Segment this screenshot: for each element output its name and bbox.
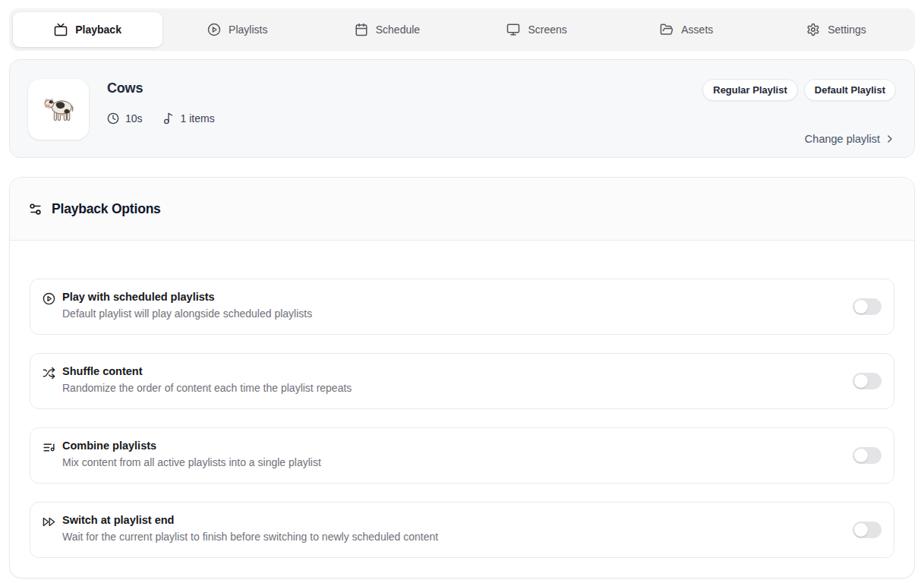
main-nav: Playback Playlists Schedule Screens Asse… xyxy=(9,8,915,51)
tab-label: Schedule xyxy=(376,24,420,36)
clock-icon xyxy=(107,112,119,124)
option-switch-at-end: Switch at playlist end Wait for the curr… xyxy=(30,502,894,558)
list-music-icon xyxy=(43,441,55,454)
badge-regular-playlist: Regular Playlist xyxy=(702,79,798,101)
tab-settings[interactable]: Settings xyxy=(762,12,911,47)
change-playlist-link[interactable]: Change playlist xyxy=(805,133,896,145)
playlist-card-right: Regular Playlist Default Playlist Change… xyxy=(702,79,896,145)
option-description: Randomize the order of content each time… xyxy=(62,382,352,394)
toggle-combine-playlists[interactable] xyxy=(853,447,881,464)
chevron-right-icon xyxy=(884,133,896,145)
tab-label: Playback xyxy=(75,24,121,36)
playback-options-header: Playback Options xyxy=(10,178,914,241)
tab-playlists[interactable]: Playlists xyxy=(162,12,312,47)
playlist-meta: 10s 1 items xyxy=(107,112,684,124)
option-label: Switch at playlist end xyxy=(62,514,438,526)
option-text: Play with scheduled playlists Default pl… xyxy=(62,291,312,320)
playlist-info: Cows 10s 1 items xyxy=(107,79,684,145)
tab-playback[interactable]: Playback xyxy=(13,12,162,47)
playback-options-title: Playback Options xyxy=(52,201,161,217)
settings-sliders-icon xyxy=(28,202,43,216)
option-label: Play with scheduled playlists xyxy=(62,291,312,303)
toggle-shuffle-content[interactable] xyxy=(853,373,881,389)
tab-label: Settings xyxy=(828,24,866,36)
toggle-switch-at-end[interactable] xyxy=(853,522,881,538)
badge-default-playlist: Default Playlist xyxy=(804,79,896,101)
toggle-knob xyxy=(854,449,868,462)
cow-illustration xyxy=(41,92,76,127)
playback-options-body: Play with scheduled playlists Default pl… xyxy=(10,241,914,578)
tab-screens[interactable]: Screens xyxy=(462,12,612,47)
circle-play-icon xyxy=(207,23,221,36)
tab-schedule[interactable]: Schedule xyxy=(312,12,462,47)
calendar-icon xyxy=(355,23,368,36)
toggle-play-with-scheduled[interactable] xyxy=(853,298,881,315)
current-playlist-card: Cows 10s 1 items Regular Playlist Defaul… xyxy=(9,59,915,158)
option-description: Default playlist will play alongside sch… xyxy=(62,307,312,320)
option-shuffle-content: Shuffle content Randomize the order of c… xyxy=(30,353,894,409)
playlist-item-count: 1 items xyxy=(162,112,215,124)
circle-play-icon xyxy=(43,292,55,305)
fast-forward-icon xyxy=(43,515,55,528)
monitor-icon xyxy=(506,23,520,36)
tab-assets[interactable]: Assets xyxy=(612,12,762,47)
toggle-knob xyxy=(854,300,868,314)
gear-icon xyxy=(806,23,820,36)
tv-icon xyxy=(54,23,68,36)
toggle-knob xyxy=(854,523,868,537)
option-play-with-scheduled: Play with scheduled playlists Default pl… xyxy=(30,279,894,335)
option-label: Shuffle content xyxy=(62,365,352,377)
playback-options-card: Playback Options Play with scheduled pla… xyxy=(9,177,915,578)
option-label: Combine playlists xyxy=(62,440,321,452)
music-note-icon xyxy=(162,112,175,124)
option-text: Shuffle content Randomize the order of c… xyxy=(62,365,352,394)
toggle-knob xyxy=(854,374,868,388)
option-description: Mix content from all active playlists in… xyxy=(62,456,321,468)
option-combine-playlists: Combine playlists Mix content from all a… xyxy=(30,427,894,484)
shuffle-icon xyxy=(43,367,55,380)
folder-open-icon xyxy=(660,23,673,36)
playlist-duration: 10s xyxy=(107,112,143,124)
playlist-title: Cows xyxy=(107,80,684,96)
option-text: Switch at playlist end Wait for the curr… xyxy=(62,514,438,543)
playlist-thumbnail xyxy=(28,79,89,140)
tab-label: Playlists xyxy=(229,24,267,36)
option-text: Combine playlists Mix content from all a… xyxy=(62,440,321,468)
playlist-badges: Regular Playlist Default Playlist xyxy=(702,79,896,101)
option-description: Wait for the current playlist to finish … xyxy=(62,531,438,543)
tab-label: Assets xyxy=(681,24,713,36)
tab-label: Screens xyxy=(528,24,566,36)
